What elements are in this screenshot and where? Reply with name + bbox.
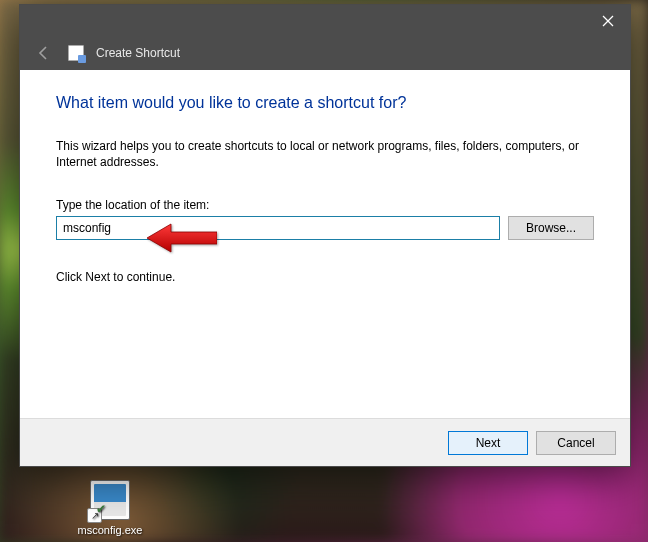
next-button[interactable]: Next	[448, 431, 528, 455]
titlebar	[20, 5, 630, 36]
shortcut-overlay-icon: ↗	[87, 508, 102, 523]
back-button[interactable]	[32, 41, 56, 65]
desktop-shortcut-msconfig[interactable]: ↗ msconfig.exe	[72, 480, 148, 536]
wizard-heading: What item would you like to create a sho…	[56, 94, 594, 112]
cancel-button[interactable]: Cancel	[536, 431, 616, 455]
dialog-footer: Next Cancel	[20, 418, 630, 466]
desktop-shortcut-label: msconfig.exe	[72, 524, 148, 536]
location-label: Type the location of the item:	[56, 198, 594, 212]
shortcut-wizard-icon	[68, 45, 84, 61]
msconfig-icon: ↗	[90, 480, 130, 520]
close-button[interactable]	[585, 5, 630, 36]
location-input[interactable]	[56, 216, 500, 240]
browse-button[interactable]: Browse...	[508, 216, 594, 240]
navbar: Create Shortcut	[20, 36, 630, 70]
back-arrow-icon	[36, 45, 52, 61]
location-row: Browse...	[56, 216, 594, 240]
wizard-hint: Click Next to continue.	[56, 270, 594, 284]
wizard-content: What item would you like to create a sho…	[20, 70, 630, 418]
window-title: Create Shortcut	[96, 46, 180, 60]
wizard-description: This wizard helps you to create shortcut…	[56, 138, 594, 170]
close-icon	[602, 15, 614, 27]
create-shortcut-dialog: Create Shortcut What item would you like…	[19, 4, 631, 467]
